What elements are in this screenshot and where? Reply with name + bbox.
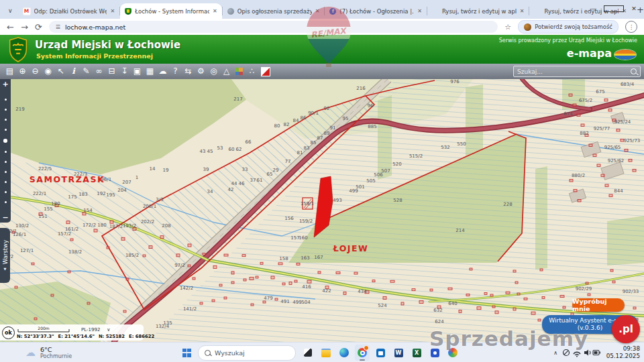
identify-icon[interactable]: i: [67, 64, 80, 79]
map-viewport[interactable]: 219222/5222/3196/1207204222/111419183175…: [0, 79, 644, 342]
taskbar-app-file-explorer[interactable]: [319, 345, 333, 361]
taskbar-app-excel[interactable]: X: [409, 345, 424, 361]
taskbar-app-video-app[interactable]: [427, 345, 442, 361]
copy-view-icon[interactable]: ▣: [131, 64, 144, 79]
browser-tab[interactable]: f(7) Łochów - Ogłoszenia |...✕: [325, 3, 427, 19]
taskbar-app-chrome[interactable]: [355, 345, 370, 361]
parcel-label: 192: [97, 191, 105, 196]
address-bar: ← → ⟳ ☰ lochow.e-mapa.net ☆ Potwierdź sw…: [0, 19, 644, 35]
layers-panel-tab[interactable]: Warstwy ▼: [0, 228, 10, 283]
transfer-icon[interactable]: ⇆: [182, 64, 195, 79]
parcel-label: 675/2: [579, 98, 592, 103]
taskbar-search[interactable]: Wyszukaj: [198, 345, 296, 361]
parcel-label: 675: [596, 89, 604, 95]
download-icon[interactable]: ↧: [118, 64, 131, 79]
help-icon[interactable]: ?: [169, 64, 182, 79]
layers-icon[interactable]: ▤: [3, 64, 16, 79]
zoom-control[interactable]: + −: [0, 79, 11, 223]
zoom-out-button[interactable]: −: [2, 213, 8, 223]
close-icon[interactable]: ✕: [624, 0, 644, 17]
zoom-slider[interactable]: [3, 89, 7, 213]
place-label: SAMOTRZASK: [30, 174, 105, 184]
parcel-label: 156: [284, 216, 294, 221]
parcel-label: 155: [44, 206, 52, 212]
map-canvas[interactable]: 219222/5222/3196/1207204222/111419183175…: [0, 79, 644, 342]
site-info-icon[interactable]: ☰: [56, 24, 60, 30]
taskbar-app-store[interactable]: [373, 345, 388, 361]
crs-selector[interactable]: PL-1992: [81, 327, 100, 333]
assistant-try-button[interactable]: Wypróbuj mnie: [572, 298, 625, 312]
tab-close-icon[interactable]: ✕: [520, 8, 525, 14]
emapa-logo: e-mapa: [567, 47, 612, 60]
taskbar-app-edge[interactable]: [337, 345, 352, 361]
share-icon[interactable]: ∴: [246, 64, 258, 79]
minimize-icon[interactable]: —: [584, 0, 604, 17]
taskbar-weather-widget[interactable]: ☁ 6°C Pochmurnie: [25, 343, 72, 362]
parcel-label: 53: [217, 145, 223, 151]
assistant-version: (v.0.3.6): [578, 324, 602, 332]
select-area-icon[interactable]: ◉: [42, 64, 54, 79]
tray-status-icons[interactable]: [562, 348, 601, 357]
parcel-label: 135: [163, 320, 172, 326]
taskbar-center: Wyszukaj WX: [182, 343, 460, 362]
search-icon[interactable]: [631, 68, 637, 74]
browser-tab[interactable]: MOdp: Działki Ostrówek Wę...✕: [18, 3, 120, 19]
parcel-label: 532: [441, 145, 449, 150]
taskbar-app-task-view[interactable]: [301, 345, 315, 361]
parcel-label: 34: [207, 189, 213, 194]
emapa-balloon-icon: [614, 50, 636, 60]
panels-icon[interactable]: ▦: [144, 64, 156, 79]
tab-close-icon[interactable]: ✕: [417, 8, 422, 14]
browser-menu-icon[interactable]: ⋮: [625, 21, 637, 33]
parcel-label: 499: [292, 300, 301, 305]
forward-icon[interactable]: →: [21, 22, 28, 32]
parcel-label: 126/1: [13, 232, 26, 237]
place-label: ŁOJEW: [333, 243, 369, 253]
parcel-label: 902/33: [623, 289, 639, 294]
settings-icon[interactable]: ⚙: [195, 64, 207, 79]
tab-close-icon[interactable]: ✕: [110, 8, 115, 14]
parcel-label: 183: [78, 192, 87, 197]
zoom-in-button[interactable]: +: [2, 79, 8, 89]
zoom-in-icon[interactable]: ⊕: [16, 64, 29, 79]
taskbar-search-placeholder: Wyszukaj: [215, 349, 245, 357]
compass-icon[interactable]: [261, 67, 270, 76]
legend-icon[interactable]: [235, 68, 243, 75]
start-button[interactable]: [182, 349, 191, 357]
search-parcel-icon[interactable]: ◎: [207, 64, 220, 79]
browser-tab[interactable]: Rysuj, twórz i edytuj w apl...✕: [427, 3, 529, 19]
service-note: Serwis prowadzony przez Urząd Miejski w …: [499, 38, 637, 44]
taskbar-app-word[interactable]: W: [391, 345, 406, 361]
graticule-icon[interactable]: △: [220, 64, 233, 79]
comment-cloud-icon[interactable]: ☁: [156, 64, 169, 79]
layers-panel-label: Warstwy: [2, 240, 9, 264]
map-search-input[interactable]: Szukaj...: [513, 66, 641, 77]
ok-button[interactable]: ok: [2, 326, 15, 339]
maximize-icon[interactable]: [604, 0, 624, 17]
pointer-icon[interactable]: ↖: [54, 64, 67, 79]
print-icon[interactable]: ⊟: [105, 64, 118, 79]
identity-confirm-button[interactable]: Potwierdź swoją tożsamość: [518, 20, 619, 34]
tray-expand-icon[interactable]: ∧: [553, 350, 557, 356]
back-icon[interactable]: ←: [7, 22, 14, 32]
tab-close-icon[interactable]: ✕: [315, 8, 320, 14]
parcel-label: 127/1: [20, 248, 34, 253]
browser-tab[interactable]: Łochów - System Informac...✕: [120, 3, 222, 19]
parcel-label: 87: [317, 135, 323, 141]
reload-icon[interactable]: ⟳: [35, 22, 42, 32]
zoom-out-icon[interactable]: ⊖: [29, 64, 42, 79]
parcel-label: 479: [264, 296, 272, 301]
taskbar-app-photos[interactable]: [445, 345, 460, 361]
measure-icon[interactable]: ✎: [80, 64, 93, 79]
link-icon[interactable]: ∞: [93, 64, 105, 79]
tab-search-icon[interactable]: ∨: [8, 7, 13, 14]
omnibox[interactable]: ☰ lochow.e-mapa.net: [49, 21, 498, 33]
tab-close-icon[interactable]: ✕: [213, 8, 217, 14]
bookmark-star-icon[interactable]: ☆: [504, 23, 511, 32]
windows-taskbar: ☁ 6°C Pochmurnie Wyszukaj WX ∧ 09:38: [0, 342, 644, 362]
chevron-down-icon[interactable]: ∨: [107, 327, 110, 333]
taskbar-clock[interactable]: 09:38 05.12.2025: [606, 345, 640, 361]
facebook-favicon-icon: f: [329, 8, 336, 15]
parcel-label: 491: [280, 299, 289, 304]
browser-tab[interactable]: Opis ogłoszenia sprzedaży✕: [223, 3, 325, 19]
